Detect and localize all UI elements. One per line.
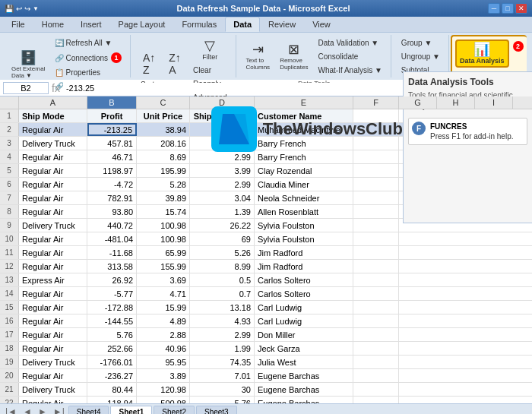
cell-customer-name[interactable]: Claudia Miner	[255, 178, 353, 191]
col-header-h[interactable]: H	[437, 96, 475, 109]
cell-unit-price[interactable]: 5.28	[137, 178, 190, 191]
cell-unit-price[interactable]: 8.69	[137, 150, 190, 163]
cell-customer-name[interactable]: Neola Schneider	[255, 191, 353, 204]
col-header-c[interactable]: C	[137, 96, 190, 109]
table-row[interactable]: 15Regular Air-172.8815.9913.18Carl Ludwi…	[0, 301, 532, 314]
cell-shipping-cost[interactable]: 69	[190, 232, 255, 245]
cell-shipping-cost[interactable]: 68.02	[190, 137, 255, 150]
group-button[interactable]: Group ▼	[397, 36, 444, 49]
table-row[interactable]: 10Regular Air-481.04100.9869Sylvia Fouls…	[0, 232, 532, 246]
cell-shipping-cost[interactable]: 8.99	[190, 260, 255, 273]
cell-ship-mode[interactable]: Regular Air	[19, 328, 87, 341]
cell-unit-price[interactable]: 500.98	[137, 397, 190, 403]
cell-customer-name[interactable]: Jeck Garza	[255, 342, 353, 355]
table-row[interactable]: 19Delivery Truck-1766.0195.9574.35Julia …	[0, 356, 532, 369]
cell-ship-mode[interactable]: Regular Air	[19, 178, 87, 191]
cell-customer-name[interactable]: Sylvia Foulston	[255, 232, 353, 245]
cell-ship-mode[interactable]: Regular Air	[19, 314, 87, 327]
sheet-nav-first[interactable]: |◄	[3, 406, 19, 415]
close-button[interactable]: ✕	[515, 3, 527, 14]
minimize-button[interactable]: ─	[488, 3, 500, 14]
cell-customer-name[interactable]: Julia West	[255, 356, 353, 368]
cell-customer-name[interactable]: Eugene Barchas	[255, 369, 353, 382]
cell-shipping-cost[interactable]: 0.5	[190, 273, 255, 286]
cell-unit-price[interactable]: 15.99	[137, 301, 190, 314]
cell-f[interactable]	[353, 232, 399, 245]
cell-customer-name[interactable]: Jim Radford	[255, 246, 353, 259]
cell-customer-name[interactable]: Customer Name	[255, 109, 353, 122]
tab-page-layout[interactable]: Page Layout	[110, 17, 174, 32]
cell-ship-mode[interactable]: Regular Air	[19, 287, 87, 300]
cell-f[interactable]	[353, 342, 399, 355]
cell-ship-mode[interactable]: Delivery Truck	[19, 219, 87, 232]
cell-reference[interactable]	[3, 82, 49, 94]
cell-unit-price[interactable]: 155.99	[137, 260, 190, 273]
cell-customer-name[interactable]: Allen Rosenblatt	[255, 205, 353, 218]
cell-profit[interactable]: -144.55	[87, 314, 137, 327]
cell-f[interactable]	[353, 328, 399, 341]
cell-shipping-cost[interactable]: 5.76	[190, 397, 255, 403]
ungroup-button[interactable]: Ungroup ▼	[397, 50, 444, 63]
cell-f[interactable]	[353, 219, 399, 232]
cell-f[interactable]	[353, 178, 399, 191]
cell-profit[interactable]: 457.81	[87, 137, 137, 150]
cell-unit-price[interactable]: 65.99	[137, 246, 190, 259]
cell-profit[interactable]: 93.80	[87, 205, 137, 218]
col-header-b[interactable]: B	[87, 96, 137, 109]
cell-unit-price[interactable]: 195.99	[137, 164, 190, 177]
cell-profit[interactable]: -481.04	[87, 232, 137, 245]
cell-profit[interactable]: Profit	[87, 109, 137, 122]
cell-profit[interactable]: -172.88	[87, 301, 137, 314]
what-if-button[interactable]: What-If Analysis ▼	[314, 64, 385, 77]
save-icon[interactable]: 💾	[5, 5, 14, 13]
cell-f[interactable]	[353, 164, 399, 177]
dropdown-icon[interactable]: ▼	[33, 5, 39, 12]
cell-shipping-cost[interactable]: 2.99	[190, 178, 255, 191]
cell-shipping-cost[interactable]: 4.93	[190, 314, 255, 327]
cell-unit-price[interactable]: 120.98	[137, 383, 190, 396]
cell-profit[interactable]: 26.92	[87, 273, 137, 286]
data-validation-button[interactable]: Data Validation ▼	[314, 36, 385, 49]
refresh-all-button[interactable]: 🔄 Refresh All ▼	[51, 36, 125, 49]
table-row[interactable]: 16Regular Air-144.554.894.93Carl Ludwig	[0, 314, 532, 328]
cell-shipping-cost[interactable]: 74.35	[190, 356, 255, 368]
cell-unit-price[interactable]: 4.89	[137, 314, 190, 327]
cell-ship-mode[interactable]: Delivery Truck	[19, 356, 87, 368]
cell-ship-mode[interactable]: Regular Air	[19, 369, 87, 382]
cell-profit[interactable]: -213.25	[87, 123, 137, 136]
cell-shipping-cost[interactable]: Shipping Cost	[190, 109, 255, 122]
cell-customer-name[interactable]: Clay Rozendal	[255, 164, 353, 177]
cell-ship-mode[interactable]: Regular Air	[19, 246, 87, 259]
cell-f[interactable]	[353, 287, 399, 300]
cell-customer-name[interactable]: Muhammed Macintyre	[255, 123, 353, 136]
tab-home[interactable]: Home	[33, 17, 72, 32]
get-external-data-button[interactable]: 🗄️ Get ExternalData ▼	[8, 49, 49, 81]
cell-ship-mode[interactable]: Regular Air	[19, 342, 87, 355]
cell-customer-name[interactable]: Jim Radford	[255, 260, 353, 273]
cell-unit-price[interactable]: 208.16	[137, 137, 190, 150]
cell-f[interactable]	[353, 260, 399, 273]
tab-formulas[interactable]: Formulas	[173, 17, 225, 32]
sort-az-button[interactable]: A↑Z	[137, 50, 161, 77]
cell-ship-mode[interactable]: Regular Air	[19, 123, 87, 136]
table-row[interactable]: 22Regular Air118.94500.985.76Eugene Barc…	[0, 397, 532, 403]
cell-f[interactable]	[353, 123, 399, 136]
cell-f[interactable]	[353, 369, 399, 382]
cell-unit-price[interactable]: 3.69	[137, 273, 190, 286]
cell-profit[interactable]: 252.66	[87, 342, 137, 355]
cell-profit[interactable]: 1198.97	[87, 164, 137, 177]
cell-f[interactable]	[353, 150, 399, 163]
table-row[interactable]: 12Regular Air313.58155.998.99Jim Radford	[0, 260, 532, 273]
cell-shipping-cost[interactable]: 30	[190, 383, 255, 396]
tab-insert[interactable]: Insert	[72, 17, 110, 32]
cell-profit[interactable]: -11.68	[87, 246, 137, 259]
cell-f[interactable]	[353, 273, 399, 286]
col-header-f[interactable]: F	[353, 96, 399, 109]
cell-shipping-cost[interactable]: 7.01	[190, 369, 255, 382]
sheet-nav-last[interactable]: ►|	[51, 406, 67, 415]
maximize-button[interactable]: □	[502, 3, 514, 14]
cell-unit-price[interactable]: 39.89	[137, 191, 190, 204]
filter-button[interactable]: ▽ Filter	[189, 36, 230, 63]
table-row[interactable]: 13Express Air26.923.690.5Carlos Soltero	[0, 273, 532, 287]
cell-profit[interactable]: -1766.01	[87, 356, 137, 368]
